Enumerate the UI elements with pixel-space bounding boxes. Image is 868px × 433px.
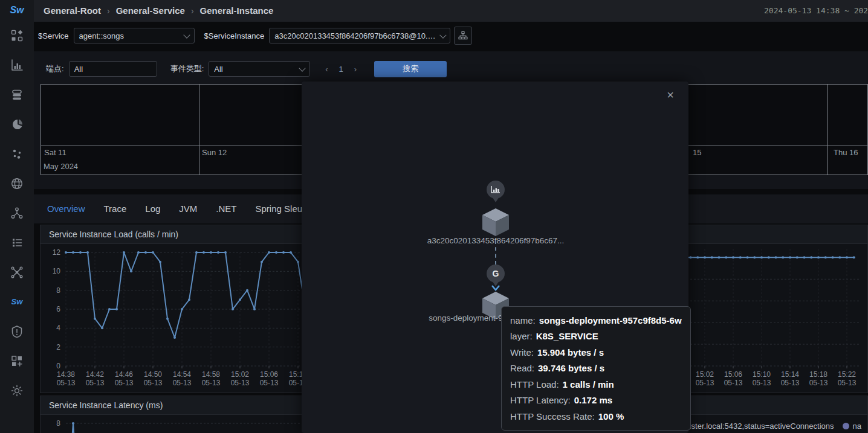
next-page-button[interactable]: ›	[354, 65, 357, 74]
sidebar-item-new-dashboard[interactable]	[0, 346, 34, 376]
event-type-value: All	[214, 65, 222, 74]
chevron-down-icon	[439, 31, 446, 38]
chart-legend: vc.cluster.local:5432,status=activeConne…	[671, 422, 861, 431]
timeline-day-label: Sat 11	[44, 148, 66, 157]
timeline-gridline	[828, 85, 828, 175]
tooltip-row: HTTP Success Rate:100 %	[510, 408, 682, 425]
svg-text:05-13: 05-13	[57, 379, 76, 387]
timeline-day-label: Thu 16	[834, 148, 858, 157]
svg-text:15:10: 15:10	[753, 370, 771, 379]
svg-text:6: 6	[56, 305, 60, 313]
skywalking-mini-logo: Sw	[11, 297, 23, 306]
database-icon	[10, 88, 24, 101]
sidebar-item-skywalking[interactable]: Sw	[0, 287, 34, 316]
sidebar-item-alerting[interactable]	[0, 316, 34, 346]
sidebar-item-dashboard[interactable]	[0, 21, 34, 50]
sidebar: Sw	[0, 0, 34, 433]
endpoint-input[interactable]	[69, 61, 157, 77]
pie-chart-icon	[10, 118, 24, 131]
timeline-gridline	[199, 85, 199, 175]
svg-text:14:42: 14:42	[86, 370, 104, 379]
breadcrumb-item[interactable]: General-Service	[116, 5, 185, 16]
svg-text:15:14: 15:14	[781, 370, 799, 379]
svg-text:8: 8	[56, 419, 60, 428]
arrow-down-icon	[491, 284, 500, 291]
svg-text:14:54: 14:54	[173, 370, 191, 379]
instance-cube-icon[interactable]	[482, 208, 509, 236]
svg-text:05-13: 05-13	[202, 379, 221, 387]
sidebar-item-infrastructure[interactable]	[0, 109, 34, 139]
svg-text:05-13: 05-13	[260, 379, 279, 387]
tab--net[interactable]: .NET	[216, 194, 236, 223]
tab-trace[interactable]: Trace	[104, 194, 127, 223]
svg-text:05-13: 05-13	[173, 379, 192, 387]
service-select[interactable]: agent::songs	[74, 28, 195, 43]
tab-overview[interactable]: Overview	[47, 194, 85, 223]
timeline-day-label: 15	[693, 148, 701, 157]
tooltip-metric-value: 100 %	[598, 411, 624, 422]
tooltip-row: HTTP Load:1 calls / min	[510, 376, 682, 393]
tooltip-metric-label: Read:	[510, 363, 534, 373]
instance-select[interactable]: a3c20c020133453f864206f97b6c6738@10.116.…	[269, 28, 450, 43]
breadcrumb-separator-icon: ›	[107, 6, 110, 16]
page-number: 1	[339, 65, 343, 74]
svg-text:12: 12	[53, 248, 61, 257]
svg-text:05-13: 05-13	[231, 379, 250, 387]
tooltip-metric-value: songs-deployment-957c9f8d5-6wz26	[539, 315, 682, 326]
breadcrumb-item[interactable]: General-Root	[44, 5, 101, 16]
pagination: ‹ 1 ›	[320, 65, 362, 74]
svg-text:05-13: 05-13	[838, 379, 857, 387]
sidebar-item-settings[interactable]	[0, 376, 34, 405]
svg-text:05-13: 05-13	[144, 379, 163, 387]
instance-label: $ServiceInstance	[204, 31, 265, 40]
tooltip-row: Write:15.904 bytes / s	[510, 344, 682, 361]
header: General-Root›General-Service›General-Ins…	[34, 0, 868, 22]
sidebar-item-metrics[interactable]	[0, 50, 34, 80]
skywalking-logo[interactable]: Sw	[10, 0, 24, 21]
tooltip-metric-value: K8S_SERVICE	[536, 331, 598, 341]
close-icon[interactable]: ×	[667, 89, 674, 101]
svg-text:15:06: 15:06	[724, 370, 742, 379]
instance-value: a3c20c020133453f864206f97b6c6738@10.116.…	[274, 31, 435, 40]
tooltip-row: layer:K8S_SERVICE	[510, 329, 682, 345]
g-logo-icon: G	[493, 269, 499, 278]
svg-text:05-13: 05-13	[696, 379, 714, 387]
event-type-select[interactable]: All	[209, 61, 310, 77]
svg-text:2: 2	[56, 343, 60, 351]
svg-text:14:38: 14:38	[57, 370, 75, 379]
tooltip-metric-value: 15.904 bytes / s	[537, 347, 604, 358]
dashboard-icon	[10, 29, 24, 42]
topology-edge	[495, 240, 496, 265]
search-button[interactable]: 搜索	[374, 61, 447, 77]
event-list-icon	[10, 236, 24, 249]
tooltip-metric-label: Write:	[510, 347, 534, 358]
settings-gear-icon	[10, 384, 24, 397]
service-value: agent::songs	[79, 31, 124, 40]
time-range-picker[interactable]: 2024-05-13 14:38 ~ 2024-05-13	[764, 6, 868, 15]
breadcrumb: General-Root›General-Service›General-Ins…	[44, 5, 279, 16]
event-type-label: 事件类型:	[170, 63, 204, 74]
sidebar-item-topology[interactable]	[0, 198, 34, 228]
sidebar-item-sampling[interactable]	[0, 139, 34, 168]
service-node-pin[interactable]: G	[487, 265, 505, 283]
timeline-day-label: Sun 12	[202, 148, 227, 157]
sidebar-item-service-mesh[interactable]	[0, 257, 34, 287]
tab-log[interactable]: Log	[145, 194, 160, 223]
legend-series-label[interactable]: vc.cluster.local:5432,status=activeConne…	[671, 422, 834, 431]
svg-text:14:46: 14:46	[115, 370, 133, 379]
tooltip-metric-label: layer:	[510, 331, 533, 341]
selector-bar: $Service agent::songs $ServiceInstance a…	[34, 22, 868, 49]
instance-topology-button[interactable]	[454, 27, 472, 45]
sidebar-item-browser[interactable]	[0, 168, 34, 198]
sidebar-item-database[interactable]	[0, 80, 34, 109]
tab-jvm[interactable]: JVM	[179, 194, 197, 223]
prev-page-button[interactable]: ‹	[325, 65, 328, 74]
tooltip-row: Read:39.746 bytes / s	[510, 361, 682, 377]
svg-text:15:06: 15:06	[260, 370, 278, 379]
event-controls: 端点: 事件类型: All ‹ 1 › 搜索	[34, 51, 868, 78]
breadcrumb-item[interactable]: General-Instance	[200, 5, 274, 16]
sidebar-item-events[interactable]	[0, 228, 34, 257]
instance-node-pin[interactable]	[487, 181, 505, 199]
tooltip-metric-value: 0.172 ms	[574, 395, 612, 405]
legend-series-label[interactable]: na	[853, 422, 861, 431]
